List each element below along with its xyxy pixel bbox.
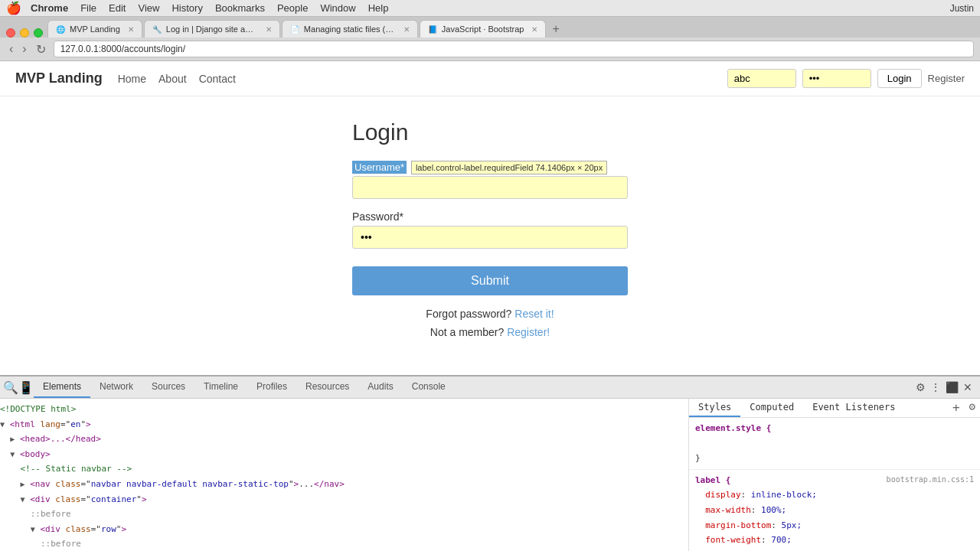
tab-close-button[interactable]: ✕	[403, 25, 410, 34]
html-html[interactable]: ▼ <html lang="en">	[0, 417, 688, 432]
username-input[interactable]	[352, 176, 628, 199]
styles-element-selector: element.style {	[695, 421, 974, 436]
tab-label: Managing static files (CSS...	[304, 24, 396, 34]
styles-add-icon[interactable]: +	[948, 399, 965, 417]
tab-favicon-icon: 📘	[428, 25, 437, 34]
html-before-2: ::before	[0, 536, 688, 551]
close-window-button[interactable]	[6, 28, 15, 37]
devtools-dots-icon[interactable]: ⋮	[930, 381, 941, 393]
devtools-close-icon[interactable]: ✕	[963, 381, 972, 393]
menu-items: Chrome File Edit View History Bookmarks …	[31, 2, 388, 14]
styles-tab-computed[interactable]: Computed	[740, 399, 803, 417]
devtools-dock-icon[interactable]: ⬛	[946, 381, 959, 393]
devtools-settings-icon[interactable]: ⚙	[916, 381, 926, 393]
tab-label: JavaScript · Bootstrap	[442, 24, 524, 34]
html-body[interactable]: ▼ <body>	[0, 447, 688, 462]
username-label-selected: Username*	[352, 161, 407, 174]
navbar-password-input[interactable]	[802, 69, 871, 88]
tab-static-files[interactable]: 📄 Managing static files (CSS... ✕	[282, 20, 418, 37]
site-nav-links: Home About Contact	[118, 73, 236, 85]
tab-favicon-icon: 📄	[290, 25, 299, 34]
styles-filter-icon[interactable]: ⚙	[965, 399, 980, 417]
devtools-tab-profiles[interactable]: Profiles	[247, 377, 296, 398]
new-tab-button[interactable]: +	[547, 22, 564, 36]
maximize-window-button[interactable]	[34, 28, 43, 37]
styles-label-bootstrap: bootstrap.min.css:1 label { display: inl…	[689, 470, 980, 551]
nav-home[interactable]: Home	[118, 73, 146, 85]
html-head[interactable]: ▶ <head>...</head>	[0, 432, 688, 447]
devtools-inspect-icon[interactable]: 🔍	[3, 380, 18, 395]
tab-close-button[interactable]: ✕	[128, 25, 134, 34]
menu-people[interactable]: People	[277, 2, 308, 14]
tab-django-admin[interactable]: 🔧 Log in | Django site admin ✕	[144, 20, 280, 37]
reload-button[interactable]: ↻	[33, 42, 49, 57]
traffic-lights	[6, 28, 43, 37]
nav-about[interactable]: About	[158, 73, 187, 85]
devtools-tab-timeline[interactable]: Timeline	[194, 377, 247, 398]
register-link[interactable]: Register!	[507, 326, 550, 338]
html-before-1: ::before	[0, 507, 688, 522]
site-navbar: MVP Landing Home About Contact Login Reg…	[0, 61, 980, 96]
html-div-container[interactable]: ▼ <div class="container">	[0, 492, 688, 507]
menu-bookmarks[interactable]: Bookmarks	[215, 2, 265, 14]
tab-close-button[interactable]: ✕	[531, 25, 537, 34]
html-div-row[interactable]: ▼ <div class="row">	[0, 522, 688, 537]
address-bar-row: ‹ › ↻	[0, 37, 980, 61]
devtools-tab-sources[interactable]: Sources	[142, 377, 194, 398]
tabs-bar: 🌐 MVP Landing ✕ 🔧 Log in | Django site a…	[0, 17, 980, 37]
back-button[interactable]: ‹	[6, 42, 16, 57]
menu-window[interactable]: Window	[320, 2, 355, 14]
user-name: Justin	[950, 3, 974, 14]
tab-close-button[interactable]: ✕	[266, 25, 272, 34]
menu-file[interactable]: File	[80, 2, 96, 14]
devtools-mobile-icon[interactable]: 📱	[18, 380, 34, 395]
menu-view[interactable]: View	[138, 2, 159, 14]
html-doctype[interactable]: <!DOCTYPE html>	[0, 402, 688, 417]
label-dimension-tooltip: label.control-label.requiredField 74.140…	[411, 161, 607, 174]
styles-tab-event-listeners[interactable]: Event Listeners	[803, 399, 904, 417]
styles-source-link[interactable]: bootstrap.min.css:1	[887, 474, 974, 486]
navbar-username-input[interactable]	[727, 69, 796, 88]
devtools-tab-elements[interactable]: Elements	[34, 377, 90, 398]
styles-tabs: Styles Computed Event Listeners + ⚙	[689, 399, 980, 418]
html-nav[interactable]: ▶ <nav class="navbar navbar-default navb…	[0, 477, 688, 492]
login-container: Login Username* label.control-label.requ…	[345, 112, 635, 352]
styles-panel: Styles Computed Event Listeners + ⚙ elem…	[689, 399, 980, 551]
tab-favicon-icon: 🔧	[152, 25, 162, 34]
tab-mvp-landing[interactable]: 🌐 MVP Landing ✕	[47, 20, 142, 37]
username-form-group: Username* label.control-label.requiredFi…	[352, 161, 628, 199]
menu-chrome[interactable]: Chrome	[31, 2, 68, 14]
page-content: MVP Landing Home About Contact Login Reg…	[0, 61, 980, 375]
styles-tab-styles[interactable]: Styles	[689, 399, 740, 417]
tab-bootstrap[interactable]: 📘 JavaScript · Bootstrap ✕	[420, 20, 547, 37]
forward-button[interactable]: ›	[19, 42, 29, 57]
devtools-tab-audits[interactable]: Audits	[358, 377, 402, 398]
reset-link[interactable]: Reset it!	[514, 308, 554, 320]
menu-help[interactable]: Help	[368, 2, 389, 14]
password-input[interactable]	[352, 226, 628, 249]
minimize-window-button[interactable]	[20, 28, 29, 37]
login-title: Login	[352, 119, 628, 145]
apple-logo-icon: 🍎	[6, 1, 21, 15]
mac-menubar: 🍎 Chrome File Edit View History Bookmark…	[0, 0, 980, 17]
html-comment-navbar[interactable]: <!-- Static navbar -->	[0, 461, 688, 477]
devtools-tab-network[interactable]: Network	[90, 377, 142, 398]
browser-chrome: 🌐 MVP Landing ✕ 🔧 Log in | Django site a…	[0, 17, 980, 61]
password-label: Password*	[352, 210, 628, 223]
password-form-group: Password*	[352, 210, 628, 249]
devtools-tabs: 🔍 📱 Elements Network Sources Timeline Pr…	[0, 377, 980, 399]
tab-label: MVP Landing	[70, 24, 120, 34]
devtools-content: <!DOCTYPE html> ▼ <html lang="en"> ▶ <he…	[0, 399, 980, 551]
form-links: Forgot password? Reset it! Not a member?…	[352, 308, 628, 338]
site-brand: MVP Landing	[15, 70, 103, 86]
devtools-tab-resources[interactable]: Resources	[296, 377, 358, 398]
devtools-tab-console[interactable]: Console	[403, 377, 455, 398]
navbar-login-button[interactable]: Login	[877, 69, 922, 88]
nav-contact[interactable]: Contact	[199, 73, 236, 85]
menu-edit[interactable]: Edit	[109, 2, 126, 14]
address-bar-input[interactable]	[54, 41, 974, 57]
menu-history[interactable]: History	[172, 2, 202, 14]
navbar-register-button[interactable]: Register	[928, 73, 965, 84]
submit-button[interactable]: Submit	[352, 266, 628, 295]
styles-element-style: element.style { }	[689, 418, 980, 470]
